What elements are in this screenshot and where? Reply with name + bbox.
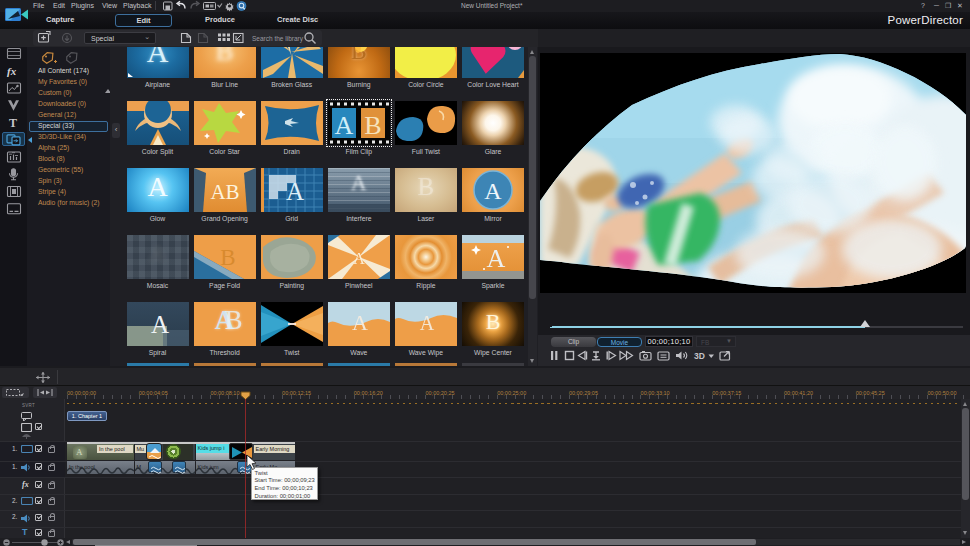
svg-text:A: A [286, 178, 304, 205]
svg-text:T: T [9, 116, 17, 130]
svg-text:A: A [353, 250, 365, 267]
svg-text:A: A [150, 311, 168, 338]
svg-text:A: A [420, 312, 435, 334]
svg-text:B: B [364, 111, 381, 140]
svg-text:fx: fx [7, 65, 17, 77]
svg-text:A: A [352, 310, 368, 335]
svg-text:A: A [484, 178, 502, 204]
svg-text:AB: AB [210, 180, 239, 204]
svg-text:A: A [334, 111, 353, 140]
svg-text:3D: 3D [694, 351, 705, 361]
svg-text:B: B [220, 245, 235, 270]
svg-text:A: A [487, 244, 506, 273]
